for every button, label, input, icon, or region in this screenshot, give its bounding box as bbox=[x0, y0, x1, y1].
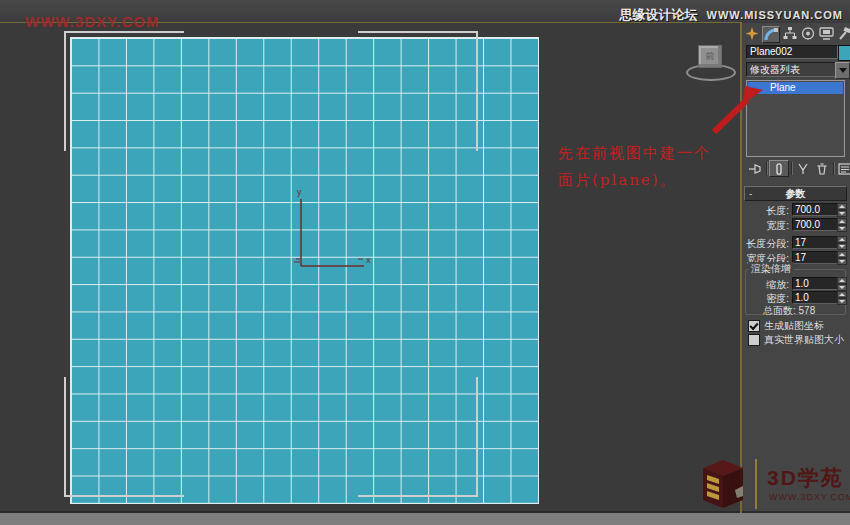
modifier-list-dropdown[interactable]: 修改器列表 bbox=[746, 62, 837, 77]
hierarchy-icon bbox=[783, 27, 797, 40]
front-viewport[interactable]: y x 前 先在前视图中建一个 面片(plane)。 bbox=[0, 22, 740, 511]
utilities-icon bbox=[837, 27, 850, 40]
spinner-up-icon[interactable] bbox=[837, 291, 847, 298]
watermark-cube-icon bbox=[695, 456, 751, 512]
width-segs-spinner[interactable] bbox=[837, 251, 847, 264]
width-segs-field[interactable]: 17 bbox=[792, 251, 838, 264]
display-icon bbox=[819, 27, 834, 40]
watermark-3dxy-top: WWW.3DXY.COM bbox=[25, 13, 160, 30]
length-spinner[interactable] bbox=[837, 203, 847, 216]
scale-label: 缩放: bbox=[743, 278, 789, 292]
modifier-list-dropdown-button[interactable] bbox=[835, 62, 850, 79]
length-segs-field[interactable]: 17 bbox=[792, 236, 838, 249]
scale-field[interactable]: 1.0 bbox=[792, 277, 838, 290]
tab-utilities[interactable] bbox=[836, 26, 850, 41]
real-world-map-size-label: 真实世界贴图大小 bbox=[764, 333, 844, 347]
length-field[interactable]: 700.0 bbox=[792, 203, 838, 216]
command-panel-tabs bbox=[744, 26, 850, 43]
remove-modifier-button[interactable] bbox=[813, 161, 831, 176]
status-bar bbox=[0, 513, 850, 525]
toolbar-divider bbox=[766, 162, 767, 175]
watermark-divider bbox=[755, 459, 757, 509]
show-end-result-button[interactable] bbox=[769, 160, 789, 177]
spinner-down-icon[interactable] bbox=[837, 284, 847, 291]
generate-mapping-coords-label: 生成贴图坐标 bbox=[764, 319, 824, 333]
real-world-map-size-checkbox[interactable] bbox=[748, 334, 760, 346]
viewcube-icon[interactable]: 前 bbox=[698, 45, 722, 68]
remove-modifier-icon bbox=[815, 163, 829, 175]
spinner-down-icon[interactable] bbox=[837, 258, 847, 265]
tab-modify[interactable] bbox=[762, 26, 780, 43]
toolbar-divider bbox=[791, 162, 792, 175]
total-faces-label: 总面数: bbox=[763, 305, 796, 316]
motion-icon bbox=[801, 27, 815, 40]
axis-tripod: y x bbox=[275, 185, 375, 277]
object-name-field[interactable]: Plane002 bbox=[746, 45, 838, 59]
spinner-up-icon[interactable] bbox=[837, 277, 847, 284]
param-row-width: 宽度: 700.0 bbox=[741, 218, 850, 231]
spinner-up-icon[interactable] bbox=[837, 236, 847, 243]
tab-motion[interactable] bbox=[800, 26, 816, 41]
pin-stack-button[interactable] bbox=[746, 161, 764, 176]
param-row-length: 长度: 700.0 bbox=[741, 203, 850, 216]
watermark-logo-sub: WWW.3DXY.COM bbox=[769, 492, 850, 502]
spinner-down-icon[interactable] bbox=[837, 225, 847, 232]
rollout-title: 参数 bbox=[786, 188, 806, 199]
param-row-length-segs: 长度分段: 17 bbox=[741, 236, 850, 249]
watermark-site-name: 思缘设计论坛 bbox=[620, 6, 698, 24]
make-unique-button[interactable] bbox=[794, 161, 812, 176]
width-label: 宽度: bbox=[743, 219, 789, 233]
pin-stack-icon bbox=[748, 163, 762, 175]
param-row-density: 密度: 1.0 bbox=[741, 291, 850, 304]
generate-mapping-coords-checkbox[interactable] bbox=[748, 320, 760, 332]
object-color-swatch[interactable] bbox=[838, 45, 850, 61]
density-field[interactable]: 1.0 bbox=[792, 291, 838, 304]
tab-display[interactable] bbox=[818, 26, 834, 41]
show-end-result-icon bbox=[772, 163, 786, 175]
tab-hierarchy[interactable] bbox=[782, 26, 798, 41]
param-row-scale: 缩放: 1.0 bbox=[741, 277, 850, 290]
spinner-down-icon[interactable] bbox=[837, 298, 847, 305]
render-multipliers-title: 渲染倍增 bbox=[748, 262, 794, 276]
selection-bracket-top-left bbox=[64, 31, 184, 151]
create-icon bbox=[745, 27, 759, 41]
annotation-arrow-icon bbox=[703, 80, 773, 142]
spinner-up-icon[interactable] bbox=[837, 251, 847, 258]
spinner-down-icon[interactable] bbox=[837, 243, 847, 250]
selection-bracket-bottom-left bbox=[64, 377, 184, 497]
configure-modifier-sets-button[interactable] bbox=[836, 161, 850, 176]
length-label: 长度: bbox=[743, 204, 789, 218]
watermark-site-url: WWW.MISSYUAN.COM bbox=[707, 9, 843, 21]
watermark-missyuan: 思缘设计论坛 WWW.MISSYUAN.COM bbox=[620, 6, 843, 24]
modifier-stack-toolbar bbox=[746, 160, 850, 177]
axis-x-label: x bbox=[366, 255, 371, 265]
annotation-text-line1: 先在前视图中建一个 bbox=[558, 144, 711, 163]
axis-y-label: y bbox=[297, 187, 302, 197]
parameters-rollout-header[interactable]: - 参数 bbox=[744, 186, 847, 201]
make-unique-icon bbox=[796, 163, 810, 175]
width-spinner[interactable] bbox=[837, 218, 847, 231]
rollout-collapse-icon: - bbox=[749, 187, 752, 200]
width-field[interactable]: 700.0 bbox=[792, 218, 838, 231]
chevron-down-icon bbox=[839, 68, 847, 73]
spinner-up-icon[interactable] bbox=[837, 203, 847, 210]
spinner-down-icon[interactable] bbox=[837, 210, 847, 217]
spinner-up-icon[interactable] bbox=[837, 218, 847, 225]
length-segs-spinner[interactable] bbox=[837, 236, 847, 249]
selection-bracket-bottom-right bbox=[358, 377, 478, 497]
generate-mapping-coords-row: 生成贴图坐标 bbox=[748, 320, 824, 332]
length-segs-label: 长度分段: bbox=[743, 237, 789, 251]
density-spinner[interactable] bbox=[837, 291, 847, 304]
tab-create[interactable] bbox=[744, 26, 760, 41]
viewcube-front-label: 前 bbox=[706, 50, 715, 63]
real-world-map-size-row: 真实世界贴图大小 bbox=[748, 334, 844, 346]
annotation-text-line2: 面片(plane)。 bbox=[558, 171, 677, 190]
total-faces-value: 578 bbox=[799, 305, 816, 316]
toolbar-divider bbox=[833, 162, 834, 175]
total-faces-readout: 总面数: 578 bbox=[763, 304, 815, 318]
configure-modifier-sets-icon bbox=[838, 163, 850, 175]
selection-bracket-top-right bbox=[358, 31, 478, 151]
modify-icon bbox=[764, 28, 778, 41]
watermark-logo: 3D学苑 WWW.3DXY.COM bbox=[695, 456, 850, 514]
scale-spinner[interactable] bbox=[837, 277, 847, 290]
